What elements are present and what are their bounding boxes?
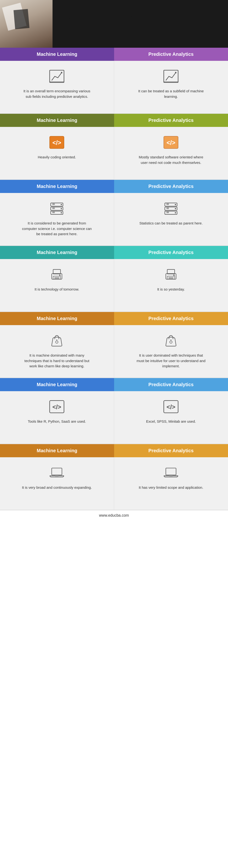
svg-text:</>: </> xyxy=(53,404,61,410)
page-title: Machine Learning vs Predictive Analytics xyxy=(57,12,223,36)
right-icon-3 xyxy=(162,200,180,217)
svg-point-14 xyxy=(61,208,62,209)
svg-text:</>: </> xyxy=(53,139,61,146)
right-text-4: It is so yesterday. xyxy=(157,287,185,292)
svg-text:</>: </> xyxy=(167,404,175,410)
header-image xyxy=(0,0,53,48)
left-cell-5: It is machine dominated with many techni… xyxy=(0,325,114,378)
header: Machine Learning vs Predictive Analytics xyxy=(0,0,228,48)
section-2: Machine Learning Predictive Analytics </… xyxy=(0,114,228,180)
left-icon-2: </> xyxy=(47,134,66,151)
svg-rect-59 xyxy=(55,476,58,476)
right-text-2: Mostly standard software oriented where … xyxy=(135,155,207,165)
section-left-label-7: Machine Learning xyxy=(0,444,114,457)
section-content-4: It is technology of tomorrow. It is so y… xyxy=(0,259,228,312)
svg-rect-65 xyxy=(169,476,173,476)
section-4: Machine Learning Predictive Analytics It… xyxy=(0,246,228,312)
right-text-5: It is user dominated with techniques tha… xyxy=(135,353,207,369)
section-header-7: Machine Learning Predictive Analytics xyxy=(0,444,228,457)
section-header-1: Machine Learning Predictive Analytics xyxy=(0,48,228,61)
section-left-label-1: Machine Learning xyxy=(0,48,114,61)
section-left-label-3: Machine Learning xyxy=(0,180,114,193)
right-text-1: It can be treated as a subfield of machi… xyxy=(135,89,207,99)
left-cell-3: It is considered to be generated from co… xyxy=(0,193,114,245)
right-cell-2: </> Mostly standard software oriented wh… xyxy=(114,127,228,179)
right-icon-2: </> xyxy=(162,134,180,151)
right-cell-5: It is user dominated with techniques tha… xyxy=(114,325,228,378)
section-header-6: Machine Learning Predictive Analytics xyxy=(0,378,228,391)
svg-rect-60 xyxy=(166,468,176,475)
left-text-2: Heavily coding oriented. xyxy=(38,155,76,160)
left-text-7: It is very broad and continuously expand… xyxy=(22,485,92,490)
svg-text:</>: </> xyxy=(167,139,175,146)
right-cell-7: It has very limited scope and applicatio… xyxy=(114,457,228,510)
right-text-3: Statistics can be treated as parent here… xyxy=(139,221,203,226)
right-cell-1: It can be treated as a subfield of machi… xyxy=(114,61,228,113)
right-cell-4: It is so yesterday. xyxy=(114,259,228,312)
section-left-label-4: Machine Learning xyxy=(0,246,114,259)
section-content-7: It is very broad and continuously expand… xyxy=(0,457,228,510)
right-icon-4 xyxy=(162,266,180,283)
section-content-3: It is considered to be generated from co… xyxy=(0,193,228,246)
left-text-5: It is machine dominated with many techni… xyxy=(21,353,93,369)
section-content-6: </> Tools like R, Python, SaaS are used.… xyxy=(0,391,228,444)
section-right-label-4: Predictive Analytics xyxy=(114,246,228,259)
section-7: Machine Learning Predictive Analytics It… xyxy=(0,444,228,510)
section-right-label-2: Predictive Analytics xyxy=(114,114,228,127)
section-right-label-6: Predictive Analytics xyxy=(114,378,228,391)
left-icon-7 xyxy=(47,464,66,481)
left-cell-1: It is an overall term encompassing vario… xyxy=(0,61,114,113)
section-left-label-2: Machine Learning xyxy=(0,114,114,127)
section-right-label-3: Predictive Analytics xyxy=(114,180,228,193)
right-text-6: Excel, SPSS, Minitab are used. xyxy=(146,419,196,424)
section-header-5: Machine Learning Predictive Analytics xyxy=(0,312,228,325)
footer-url: www.educba.com xyxy=(99,513,129,517)
sections-container: Machine Learning Predictive Analytics It… xyxy=(0,48,228,510)
left-cell-4: It is technology of tomorrow. xyxy=(0,259,114,312)
left-text-3: It is considered to be generated from co… xyxy=(21,221,93,237)
left-text-1: It is an overall term encompassing vario… xyxy=(21,89,93,99)
svg-point-25 xyxy=(175,204,176,205)
section-right-label-5: Predictive Analytics xyxy=(114,312,228,325)
left-icon-1 xyxy=(47,68,66,85)
right-text-7: It has very limited scope and applicatio… xyxy=(139,485,203,490)
section-5: Machine Learning Predictive Analytics It… xyxy=(0,312,228,378)
section-left-label-5: Machine Learning xyxy=(0,312,114,325)
right-icon-6: </> xyxy=(162,398,180,415)
section-header-4: Machine Learning Predictive Analytics xyxy=(0,246,228,259)
left-cell-7: It is very broad and continuously expand… xyxy=(0,457,114,510)
svg-rect-35 xyxy=(53,270,61,274)
section-content-5: It is machine dominated with many techni… xyxy=(0,325,228,378)
section-content-2: </> Heavily coding oriented. </> Mostly … xyxy=(0,127,228,180)
section-3: Machine Learning Predictive Analytics xyxy=(0,180,228,246)
section-header-3: Machine Learning Predictive Analytics xyxy=(0,180,228,193)
right-icon-5 xyxy=(162,332,180,349)
svg-point-26 xyxy=(175,208,176,209)
right-icon-1 xyxy=(162,68,180,85)
svg-point-43 xyxy=(174,275,175,276)
left-icon-3 xyxy=(47,200,66,217)
svg-point-48 xyxy=(170,341,172,343)
header-title-area: Machine Learning vs Predictive Analytics xyxy=(53,0,228,48)
section-right-label-1: Predictive Analytics xyxy=(114,48,228,61)
svg-point-37 xyxy=(59,275,61,276)
left-cell-6: </> Tools like R, Python, SaaS are used. xyxy=(0,391,114,444)
footer: www.educba.com xyxy=(0,510,228,521)
svg-point-27 xyxy=(175,212,176,213)
left-text-6: Tools like R, Python, SaaS are used. xyxy=(28,419,86,424)
svg-point-46 xyxy=(56,341,58,343)
section-content-1: It is an overall term encompassing vario… xyxy=(0,61,228,114)
section-6: Machine Learning Predictive Analytics </… xyxy=(0,378,228,444)
svg-rect-54 xyxy=(52,468,62,475)
section-right-label-7: Predictive Analytics xyxy=(114,444,228,457)
left-icon-6: </> xyxy=(47,398,66,415)
left-text-4: It is technology of tomorrow. xyxy=(35,287,79,292)
left-icon-5 xyxy=(47,332,66,349)
section-1: Machine Learning Predictive Analytics It… xyxy=(0,48,228,114)
svg-rect-41 xyxy=(167,270,175,274)
left-cell-2: </> Heavily coding oriented. xyxy=(0,127,114,179)
right-cell-6: </> Excel, SPSS, Minitab are used. xyxy=(114,391,228,444)
section-header-2: Machine Learning Predictive Analytics xyxy=(0,114,228,127)
svg-point-15 xyxy=(61,212,62,213)
left-icon-4 xyxy=(47,266,66,283)
